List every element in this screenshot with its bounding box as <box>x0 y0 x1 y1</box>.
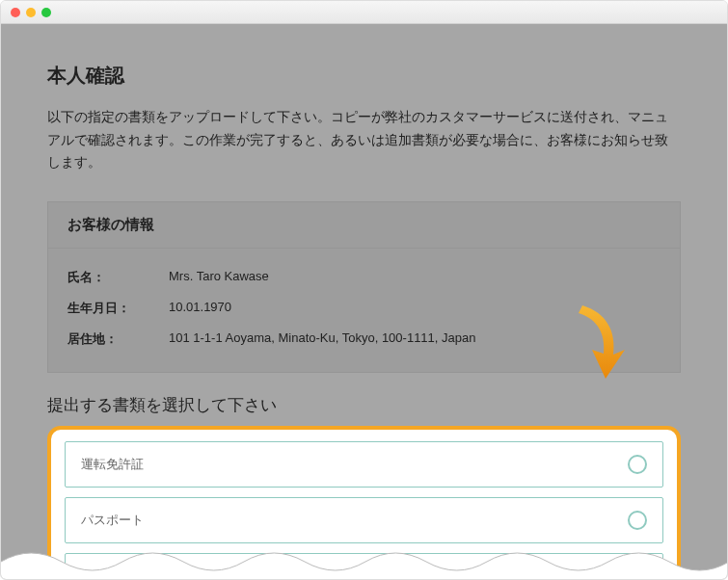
document-option-label: 運転免許証 <box>81 456 144 473</box>
info-label: 氏名： <box>67 269 169 286</box>
document-option-drivers-license[interactable]: 運転免許証 <box>65 441 663 488</box>
radio-icon[interactable] <box>628 455 647 474</box>
page-torn-edge <box>1 542 728 580</box>
maximize-icon[interactable] <box>41 8 51 17</box>
page-title: 本人確認 <box>47 63 681 89</box>
app-window: 本人確認 以下の指定の書類をアップロードして下さい。コピーが弊社のカスタマーサー… <box>0 0 728 580</box>
window-titlebar <box>1 1 727 24</box>
customer-info-header: お客様の情報 <box>48 202 680 249</box>
radio-icon[interactable] <box>628 511 647 530</box>
document-option-passport[interactable]: パスポート <box>65 497 663 543</box>
document-option-label: パスポート <box>81 512 144 529</box>
close-icon[interactable] <box>11 8 20 17</box>
info-label: 生年月日： <box>67 300 169 317</box>
document-select-title: 提出する書類を選択して下さい <box>47 394 681 416</box>
minimize-icon[interactable] <box>26 8 36 17</box>
info-row-name: 氏名： Mrs. Taro Kawase <box>67 262 661 293</box>
page-intro: 以下の指定の書類をアップロードして下さい。コピーが弊社のカスタマーサービスに送付… <box>47 106 681 174</box>
info-value: Mrs. Taro Kawase <box>169 269 661 286</box>
attention-arrow-icon <box>563 302 631 388</box>
info-label: 居住地： <box>67 330 169 348</box>
